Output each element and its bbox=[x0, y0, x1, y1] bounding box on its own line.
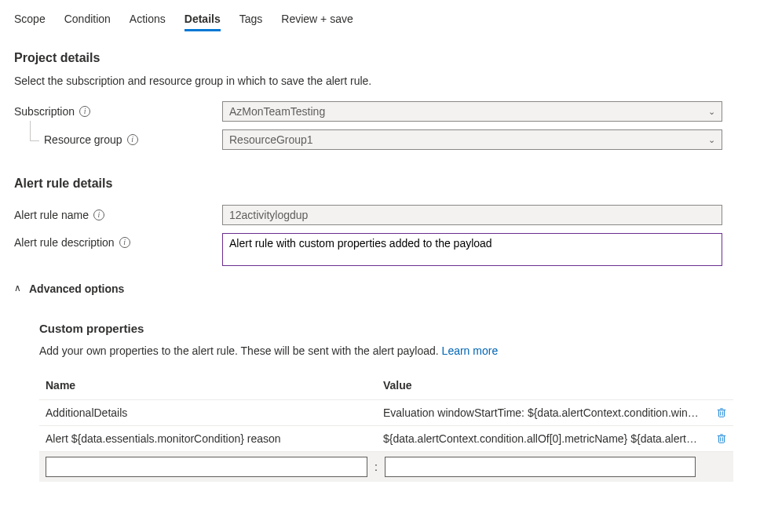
delete-icon[interactable] bbox=[716, 407, 727, 418]
tab-review[interactable]: Review + save bbox=[281, 9, 353, 31]
row-value: ${data.alertContext.condition.allOf[0].m… bbox=[383, 432, 710, 445]
table-header: Name Value bbox=[39, 373, 733, 400]
tab-tags[interactable]: Tags bbox=[239, 9, 263, 31]
tabs-bar: Scope Condition Actions Details Tags Rev… bbox=[0, 5, 760, 32]
new-property-value-input[interactable] bbox=[385, 457, 696, 477]
table-row: AdditionalDetails Evaluation windowStart… bbox=[39, 400, 733, 426]
custom-properties-table: Name Value AdditionalDetails Evaluation … bbox=[39, 373, 733, 482]
chevron-down-icon: ⌄ bbox=[708, 135, 715, 145]
svg-rect-0 bbox=[719, 410, 725, 417]
table-row: Alert ${data.essentials.monitorCondition… bbox=[39, 426, 733, 452]
table-edit-row: : bbox=[39, 452, 733, 482]
custom-properties-desc: Add your own properties to the alert rul… bbox=[39, 344, 442, 357]
alert-rule-name-label: Alert rule name bbox=[14, 209, 89, 221]
info-icon[interactable]: i bbox=[119, 237, 130, 248]
project-details-heading: Project details bbox=[14, 51, 746, 65]
resource-group-select[interactable]: ResourceGroup1 ⌄ bbox=[222, 129, 722, 150]
learn-more-link[interactable]: Learn more bbox=[442, 344, 499, 357]
chevron-up-icon: ∧ bbox=[14, 282, 21, 293]
row-name: AdditionalDetails bbox=[46, 406, 383, 419]
resource-group-select-value: ResourceGroup1 bbox=[229, 133, 313, 146]
delete-icon[interactable] bbox=[716, 433, 727, 444]
colon-separator: : bbox=[371, 461, 382, 473]
info-icon[interactable]: i bbox=[127, 134, 138, 145]
row-value: Evaluation windowStartTime: ${data.alert… bbox=[383, 406, 710, 419]
row-name: Alert ${data.essentials.monitorCondition… bbox=[46, 432, 383, 445]
svg-rect-1 bbox=[719, 436, 725, 443]
alert-rule-details-section: Alert rule details Alert rule name i Ale… bbox=[0, 158, 760, 482]
resource-group-label: Resource group bbox=[44, 133, 122, 146]
info-icon[interactable]: i bbox=[79, 106, 90, 117]
custom-properties-section: Custom properties Add your own propertie… bbox=[14, 322, 746, 482]
alert-rule-desc-label: Alert rule description bbox=[14, 236, 115, 249]
subscription-label: Subscription bbox=[14, 105, 75, 118]
subscription-select-value: AzMonTeamTesting bbox=[229, 105, 325, 118]
info-icon[interactable]: i bbox=[93, 210, 104, 220]
tree-connector bbox=[30, 121, 39, 141]
col-header-name: Name bbox=[46, 379, 383, 392]
subscription-select[interactable]: AzMonTeamTesting ⌄ bbox=[222, 101, 722, 122]
alert-rule-heading: Alert rule details bbox=[14, 177, 746, 191]
tab-scope[interactable]: Scope bbox=[14, 9, 46, 31]
project-details-description: Select the subscription and resource gro… bbox=[14, 75, 746, 87]
advanced-options-toggle[interactable]: ∧ Advanced options bbox=[14, 282, 746, 295]
new-property-name-input[interactable] bbox=[46, 457, 367, 477]
tab-condition[interactable]: Condition bbox=[64, 9, 111, 31]
tab-actions[interactable]: Actions bbox=[130, 9, 166, 31]
tab-details[interactable]: Details bbox=[185, 9, 221, 31]
project-details-section: Project details Select the subscription … bbox=[0, 32, 760, 150]
custom-properties-heading: Custom properties bbox=[39, 322, 746, 335]
col-header-value: Value bbox=[383, 379, 710, 392]
advanced-options-label: Advanced options bbox=[29, 282, 124, 295]
alert-rule-name-input bbox=[222, 205, 722, 225]
chevron-down-icon: ⌄ bbox=[708, 107, 715, 117]
alert-rule-description-input[interactable] bbox=[222, 233, 722, 266]
